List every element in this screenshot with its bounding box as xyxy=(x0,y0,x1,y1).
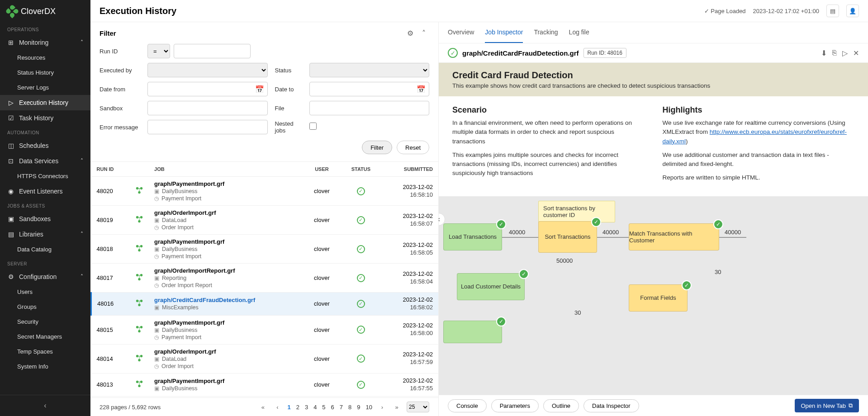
highlights-p3: Reports are written to simple HTML. xyxy=(663,173,855,182)
nav-item-server-logs[interactable]: Server Logs xyxy=(0,80,90,95)
page-size-select[interactable]: 25 xyxy=(407,402,429,412)
table-row[interactable]: 48013 graph/PaymentImport.grf ▣DailyBusi… xyxy=(91,373,439,396)
nav-item-libraries[interactable]: ▤Libraries˄ xyxy=(0,227,90,242)
nav-label: Event Listeners xyxy=(19,188,63,195)
edge-label: 40000 xyxy=(725,229,741,236)
nav-section-title: AUTOMATION xyxy=(0,126,90,138)
cell-type xyxy=(130,373,149,396)
play-icon[interactable]: ▷ xyxy=(842,49,848,57)
nav-item-security[interactable]: Security xyxy=(0,314,90,329)
nav-item-task-history[interactable]: ☑Task History xyxy=(0,110,90,126)
tab-overview[interactable]: Overview xyxy=(448,22,474,43)
filter-sandbox-input[interactable] xyxy=(147,101,268,115)
page-next[interactable]: › xyxy=(378,404,387,411)
page-number[interactable]: 10 xyxy=(366,404,372,411)
nav-item-status-history[interactable]: Status History xyxy=(0,65,90,80)
tab-job-inspector[interactable]: Job Inspector xyxy=(485,22,523,43)
bottom-tab-parameters[interactable]: Parameters xyxy=(491,399,539,412)
notes-icon[interactable]: ▤ xyxy=(826,5,839,17)
nav-item-users[interactable]: Users xyxy=(0,284,90,299)
filter-button[interactable]: Filter xyxy=(362,141,392,154)
nav-item-event-listeners[interactable]: ◉Event Listeners xyxy=(0,184,90,199)
page-number[interactable]: 2 xyxy=(296,404,299,411)
col-runid[interactable]: RUN ID xyxy=(91,162,130,177)
node-format-fields[interactable]: Format Fields ✓ xyxy=(629,284,688,312)
filter-datefrom-input[interactable] xyxy=(147,82,268,96)
table-row[interactable]: 48017 graph/OrderImportReport.grf ▣Repor… xyxy=(91,264,439,293)
page-number[interactable]: 5 xyxy=(322,404,325,411)
nav-label: Temp Spaces xyxy=(17,348,53,355)
table-row[interactable]: 48018 graph/PaymentImport.grf ▣DailyBusi… xyxy=(91,235,439,264)
sidebar-collapse-button[interactable]: ‹ xyxy=(0,395,90,416)
page-number[interactable]: 6 xyxy=(331,404,334,411)
page-number[interactable]: 8 xyxy=(348,404,351,411)
filter-runid-input[interactable] xyxy=(174,44,251,58)
col-status[interactable]: STATUS xyxy=(340,162,382,177)
download-icon[interactable]: ⬇ xyxy=(821,49,827,57)
nav-item-execution-history[interactable]: ▷Execution History xyxy=(0,95,90,110)
page-number[interactable]: 3 xyxy=(305,404,308,411)
bottom-tab-outline[interactable]: Outline xyxy=(543,399,579,412)
node-partial[interactable]: ✓ xyxy=(443,321,502,343)
filter-file-input[interactable] xyxy=(309,101,430,115)
page-number[interactable]: 1 xyxy=(287,404,290,411)
col-user[interactable]: USER xyxy=(304,162,340,177)
table-row[interactable]: 48020 graph/PaymentImport.grf ▣DailyBusi… xyxy=(91,177,439,206)
filter-executedby-select[interactable] xyxy=(147,63,268,77)
bottom-tab-console[interactable]: Console xyxy=(448,399,487,412)
node-match-transactions[interactable]: Match Transactions with Customer ✓ xyxy=(629,223,719,251)
page-next[interactable]: » xyxy=(392,404,401,411)
filter-runid-op[interactable]: = xyxy=(147,44,170,58)
nav-item-configuration[interactable]: ⚙Configuration˄ xyxy=(0,269,90,284)
user-icon[interactable]: 👤 xyxy=(846,5,859,17)
table-row[interactable]: 48019 graph/OrderImport.grf ▣DataLoad ◷O… xyxy=(91,206,439,235)
filter-dateto-input[interactable] xyxy=(309,82,430,96)
cell-submitted: 2023-12-0216:57:59 xyxy=(382,344,438,373)
nav-item-https-connectors[interactable]: HTTPS Connectors xyxy=(0,169,90,184)
nav-item-sandboxes[interactable]: ▣Sandboxes xyxy=(0,211,90,227)
node-load-customer[interactable]: Load Customer Details ✓ xyxy=(457,273,525,300)
table-row[interactable]: 48016 graph/CreditCardFraudDetection.grf… xyxy=(91,293,439,316)
tab-log-file[interactable]: Log file xyxy=(569,22,589,43)
filter-settings-icon[interactable]: ⚙ xyxy=(405,28,416,38)
nav-item-data-services[interactable]: ⊡Data Services˄ xyxy=(0,153,90,169)
graph-canvas[interactable]: Sort transactions by customer ID Load Tr… xyxy=(439,196,868,359)
page-prev[interactable]: « xyxy=(258,404,267,411)
filter-nested-checkbox[interactable] xyxy=(309,123,317,130)
nav-item-monitoring[interactable]: ⊞Monitoring˄ xyxy=(0,35,90,50)
bottom-tab-data-inspector[interactable]: Data Inspector xyxy=(583,399,639,412)
nav-item-system-info[interactable]: System Info xyxy=(0,359,90,374)
node-load-transactions[interactable]: Load Transactions ✓ xyxy=(443,223,502,251)
open-new-tab-button[interactable]: Open in New Tab ⧉ xyxy=(795,399,859,412)
page-prev[interactable]: ‹ xyxy=(273,404,282,411)
col-job[interactable]: JOB xyxy=(149,162,304,177)
table-row[interactable]: 48014 graph/OrderImport.grf ▣DataLoad ◷O… xyxy=(91,344,439,373)
nav-label: Libraries xyxy=(19,231,43,238)
filter-status-select[interactable] xyxy=(309,63,430,77)
page-number[interactable]: 9 xyxy=(357,404,360,411)
nav-label: Configuration xyxy=(19,273,57,280)
tab-tracking[interactable]: Tracking xyxy=(534,22,558,43)
nav-item-schedules[interactable]: ◫Schedules xyxy=(0,138,90,153)
copy-icon[interactable]: ⎘ xyxy=(832,49,837,57)
reset-button[interactable]: Reset xyxy=(397,141,429,154)
node-sort-transactions[interactable]: Sort Transactions ✓ xyxy=(538,221,597,253)
cell-submitted: 2023-12-0216:58:05 xyxy=(382,235,438,264)
filter-errmsg-input[interactable] xyxy=(147,120,268,134)
cell-job: graph/OrderImport.grf ▣DataLoad ◷Order I… xyxy=(149,344,304,373)
filter-collapse-icon[interactable]: ˄ xyxy=(418,28,429,38)
logo[interactable]: CloverDX xyxy=(0,0,90,23)
page-number[interactable]: 4 xyxy=(313,404,317,411)
filter-nested-label: Nested jobs xyxy=(275,120,302,134)
nav-item-temp-spaces[interactable]: Temp Spaces xyxy=(0,344,90,359)
nav-item-resources[interactable]: Resources xyxy=(0,50,90,65)
close-icon[interactable]: ✕ xyxy=(853,49,859,57)
nav-label: Users xyxy=(17,288,33,295)
table-row[interactable]: 48015 graph/PaymentImport.grf ▣DailyBusi… xyxy=(91,315,439,344)
page-title: Execution History xyxy=(100,6,176,16)
nav-item-groups[interactable]: Groups xyxy=(0,299,90,314)
col-submitted[interactable]: SUBMITTED xyxy=(382,162,438,177)
nav-item-secret-managers[interactable]: Secret Managers xyxy=(0,329,90,344)
nav-item-data-catalog[interactable]: Data Catalog xyxy=(0,242,90,257)
page-number[interactable]: 7 xyxy=(340,404,343,411)
